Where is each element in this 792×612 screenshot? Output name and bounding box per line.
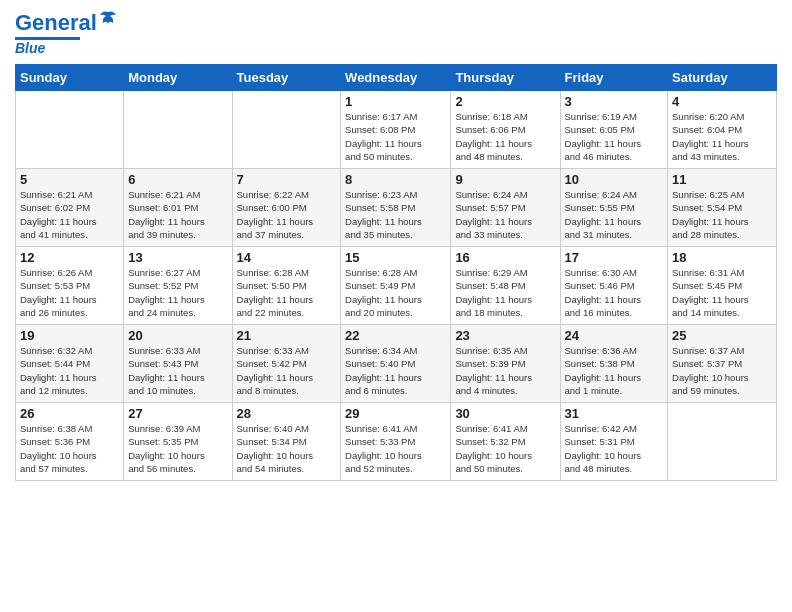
day-number: 7 (237, 172, 337, 187)
day-number: 29 (345, 406, 446, 421)
day-number: 15 (345, 250, 446, 265)
logo: General Blue (15, 10, 117, 56)
day-number: 17 (565, 250, 664, 265)
day-number: 3 (565, 94, 664, 109)
day-number: 25 (672, 328, 772, 343)
day-info: Sunrise: 6:25 AM Sunset: 5:54 PM Dayligh… (672, 188, 772, 241)
empty-cell (124, 91, 232, 169)
day-info: Sunrise: 6:30 AM Sunset: 5:46 PM Dayligh… (565, 266, 664, 319)
day-info: Sunrise: 6:27 AM Sunset: 5:52 PM Dayligh… (128, 266, 227, 319)
weekday-monday: Monday (124, 65, 232, 91)
day-info: Sunrise: 6:40 AM Sunset: 5:34 PM Dayligh… (237, 422, 337, 475)
day-cell-28: 28Sunrise: 6:40 AM Sunset: 5:34 PM Dayli… (232, 403, 341, 481)
day-number: 8 (345, 172, 446, 187)
day-cell-12: 12Sunrise: 6:26 AM Sunset: 5:53 PM Dayli… (16, 247, 124, 325)
day-cell-4: 4Sunrise: 6:20 AM Sunset: 6:04 PM Daylig… (668, 91, 777, 169)
day-number: 9 (455, 172, 555, 187)
day-number: 30 (455, 406, 555, 421)
day-cell-26: 26Sunrise: 6:38 AM Sunset: 5:36 PM Dayli… (16, 403, 124, 481)
day-info: Sunrise: 6:28 AM Sunset: 5:49 PM Dayligh… (345, 266, 446, 319)
day-cell-14: 14Sunrise: 6:28 AM Sunset: 5:50 PM Dayli… (232, 247, 341, 325)
day-number: 18 (672, 250, 772, 265)
day-number: 27 (128, 406, 227, 421)
day-number: 1 (345, 94, 446, 109)
calendar-container: General Blue SundayMondayTuesdayWednesda… (0, 0, 792, 491)
day-number: 19 (20, 328, 119, 343)
day-info: Sunrise: 6:36 AM Sunset: 5:38 PM Dayligh… (565, 344, 664, 397)
day-number: 11 (672, 172, 772, 187)
day-number: 22 (345, 328, 446, 343)
week-row-5: 26Sunrise: 6:38 AM Sunset: 5:36 PM Dayli… (16, 403, 777, 481)
day-number: 28 (237, 406, 337, 421)
day-info: Sunrise: 6:19 AM Sunset: 6:05 PM Dayligh… (565, 110, 664, 163)
day-info: Sunrise: 6:38 AM Sunset: 5:36 PM Dayligh… (20, 422, 119, 475)
day-number: 10 (565, 172, 664, 187)
day-info: Sunrise: 6:22 AM Sunset: 6:00 PM Dayligh… (237, 188, 337, 241)
week-row-2: 5Sunrise: 6:21 AM Sunset: 6:02 PM Daylig… (16, 169, 777, 247)
header: General Blue (15, 10, 777, 56)
day-cell-10: 10Sunrise: 6:24 AM Sunset: 5:55 PM Dayli… (560, 169, 668, 247)
day-cell-22: 22Sunrise: 6:34 AM Sunset: 5:40 PM Dayli… (341, 325, 451, 403)
day-info: Sunrise: 6:34 AM Sunset: 5:40 PM Dayligh… (345, 344, 446, 397)
day-info: Sunrise: 6:24 AM Sunset: 5:57 PM Dayligh… (455, 188, 555, 241)
day-info: Sunrise: 6:18 AM Sunset: 6:06 PM Dayligh… (455, 110, 555, 163)
day-info: Sunrise: 6:29 AM Sunset: 5:48 PM Dayligh… (455, 266, 555, 319)
day-info: Sunrise: 6:33 AM Sunset: 5:43 PM Dayligh… (128, 344, 227, 397)
day-cell-1: 1Sunrise: 6:17 AM Sunset: 6:08 PM Daylig… (341, 91, 451, 169)
day-number: 31 (565, 406, 664, 421)
day-cell-5: 5Sunrise: 6:21 AM Sunset: 6:02 PM Daylig… (16, 169, 124, 247)
day-cell-21: 21Sunrise: 6:33 AM Sunset: 5:42 PM Dayli… (232, 325, 341, 403)
day-info: Sunrise: 6:17 AM Sunset: 6:08 PM Dayligh… (345, 110, 446, 163)
day-cell-13: 13Sunrise: 6:27 AM Sunset: 5:52 PM Dayli… (124, 247, 232, 325)
day-number: 21 (237, 328, 337, 343)
day-number: 13 (128, 250, 227, 265)
day-cell-17: 17Sunrise: 6:30 AM Sunset: 5:46 PM Dayli… (560, 247, 668, 325)
day-info: Sunrise: 6:23 AM Sunset: 5:58 PM Dayligh… (345, 188, 446, 241)
weekday-saturday: Saturday (668, 65, 777, 91)
day-number: 20 (128, 328, 227, 343)
day-number: 4 (672, 94, 772, 109)
day-cell-7: 7Sunrise: 6:22 AM Sunset: 6:00 PM Daylig… (232, 169, 341, 247)
day-cell-3: 3Sunrise: 6:19 AM Sunset: 6:05 PM Daylig… (560, 91, 668, 169)
week-row-3: 12Sunrise: 6:26 AM Sunset: 5:53 PM Dayli… (16, 247, 777, 325)
logo-general: General (15, 10, 97, 35)
day-info: Sunrise: 6:41 AM Sunset: 5:33 PM Dayligh… (345, 422, 446, 475)
weekday-thursday: Thursday (451, 65, 560, 91)
day-info: Sunrise: 6:39 AM Sunset: 5:35 PM Dayligh… (128, 422, 227, 475)
day-info: Sunrise: 6:42 AM Sunset: 5:31 PM Dayligh… (565, 422, 664, 475)
day-info: Sunrise: 6:20 AM Sunset: 6:04 PM Dayligh… (672, 110, 772, 163)
day-number: 16 (455, 250, 555, 265)
day-info: Sunrise: 6:32 AM Sunset: 5:44 PM Dayligh… (20, 344, 119, 397)
empty-cell (16, 91, 124, 169)
day-cell-27: 27Sunrise: 6:39 AM Sunset: 5:35 PM Dayli… (124, 403, 232, 481)
day-cell-18: 18Sunrise: 6:31 AM Sunset: 5:45 PM Dayli… (668, 247, 777, 325)
logo-text: General (15, 12, 97, 34)
weekday-friday: Friday (560, 65, 668, 91)
day-cell-11: 11Sunrise: 6:25 AM Sunset: 5:54 PM Dayli… (668, 169, 777, 247)
day-number: 23 (455, 328, 555, 343)
calendar-table: SundayMondayTuesdayWednesdayThursdayFrid… (15, 64, 777, 481)
day-cell-16: 16Sunrise: 6:29 AM Sunset: 5:48 PM Dayli… (451, 247, 560, 325)
empty-cell (232, 91, 341, 169)
day-cell-8: 8Sunrise: 6:23 AM Sunset: 5:58 PM Daylig… (341, 169, 451, 247)
day-info: Sunrise: 6:26 AM Sunset: 5:53 PM Dayligh… (20, 266, 119, 319)
logo-bird-icon (99, 10, 117, 32)
weekday-sunday: Sunday (16, 65, 124, 91)
day-number: 12 (20, 250, 119, 265)
day-cell-20: 20Sunrise: 6:33 AM Sunset: 5:43 PM Dayli… (124, 325, 232, 403)
day-number: 26 (20, 406, 119, 421)
day-cell-29: 29Sunrise: 6:41 AM Sunset: 5:33 PM Dayli… (341, 403, 451, 481)
day-cell-2: 2Sunrise: 6:18 AM Sunset: 6:06 PM Daylig… (451, 91, 560, 169)
day-info: Sunrise: 6:31 AM Sunset: 5:45 PM Dayligh… (672, 266, 772, 319)
day-info: Sunrise: 6:24 AM Sunset: 5:55 PM Dayligh… (565, 188, 664, 241)
weekday-wednesday: Wednesday (341, 65, 451, 91)
day-info: Sunrise: 6:21 AM Sunset: 6:02 PM Dayligh… (20, 188, 119, 241)
day-info: Sunrise: 6:41 AM Sunset: 5:32 PM Dayligh… (455, 422, 555, 475)
day-cell-31: 31Sunrise: 6:42 AM Sunset: 5:31 PM Dayli… (560, 403, 668, 481)
day-number: 6 (128, 172, 227, 187)
weekday-header-row: SundayMondayTuesdayWednesdayThursdayFrid… (16, 65, 777, 91)
week-row-4: 19Sunrise: 6:32 AM Sunset: 5:44 PM Dayli… (16, 325, 777, 403)
day-cell-23: 23Sunrise: 6:35 AM Sunset: 5:39 PM Dayli… (451, 325, 560, 403)
day-number: 5 (20, 172, 119, 187)
day-info: Sunrise: 6:28 AM Sunset: 5:50 PM Dayligh… (237, 266, 337, 319)
